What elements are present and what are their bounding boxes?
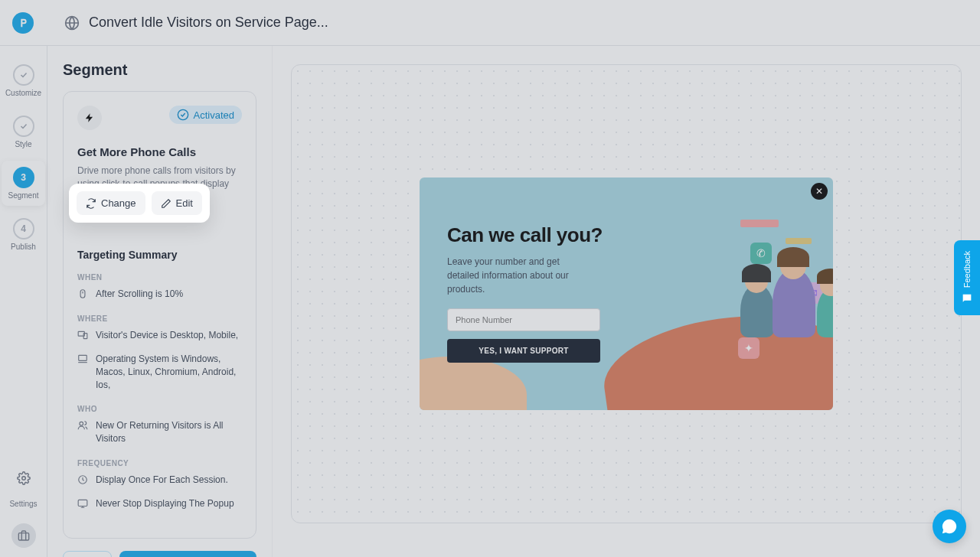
frequency-label: FREQUENCY	[77, 459, 242, 467]
rail-customize[interactable]: Customize	[0, 58, 47, 103]
next-button[interactable]: Next to Publish	[119, 551, 256, 557]
feedback-tab[interactable]: Feedback	[954, 240, 980, 315]
svg-rect-8	[79, 355, 87, 360]
change-button[interactable]: Change	[77, 191, 145, 215]
where-label: WHERE	[77, 314, 242, 323]
display-icon	[77, 498, 88, 509]
globe-icon[interactable]	[64, 15, 80, 31]
svg-rect-11	[78, 500, 87, 506]
preview-frame: ✕ Can we call you? Leave your number and…	[291, 64, 962, 523]
segment-card: Activated Get More Phone Calls Drive mor…	[63, 91, 256, 539]
laptop-icon	[77, 353, 88, 364]
phone-input[interactable]	[447, 308, 600, 331]
activated-badge: Activated	[169, 106, 242, 124]
where-device-row: Visitor's Device is Desktop, Mobile,	[77, 329, 242, 342]
rail-segment[interactable]: 3 Segment	[2, 161, 45, 206]
app-logo[interactable]	[12, 12, 34, 34]
svg-rect-4	[80, 290, 85, 298]
back-button[interactable]: Back	[63, 551, 112, 557]
decoration-line	[786, 238, 812, 244]
panel-title: Segment	[63, 61, 256, 79]
freq-never-row: Never Stop Displaying The Popup	[77, 497, 242, 510]
action-popover: Change Edit	[69, 184, 210, 223]
popup-submit-button[interactable]: YES, I WANT SUPPORT	[447, 339, 600, 363]
preview-area: ✕ Can we call you? Leave your number and…	[273, 46, 980, 557]
svg-point-1	[21, 477, 25, 480]
popup-subtitle: Leave your number and get detailed infor…	[447, 255, 585, 296]
rail-publish[interactable]: 4 Publish	[0, 212, 47, 257]
refresh-icon	[86, 198, 96, 209]
popup-preview: ✕ Can we call you? Leave your number and…	[420, 178, 833, 410]
decoration-line	[740, 220, 779, 227]
when-label: WHEN	[77, 273, 242, 282]
who-label: WHO	[77, 405, 242, 413]
top-bar: Convert Idle Visitors on Service Page...	[0, 0, 980, 46]
popup-title: Can we call you?	[447, 223, 608, 247]
svg-point-3	[178, 109, 188, 119]
rail-style[interactable]: Style	[0, 109, 47, 155]
devices-icon	[77, 330, 88, 340]
summary-title: Targeting Summary	[77, 249, 242, 261]
bolt-icon	[77, 106, 102, 130]
settings-button[interactable]	[11, 466, 36, 490]
clock-icon	[77, 474, 88, 485]
pencil-icon	[161, 198, 172, 209]
edit-button[interactable]: Edit	[152, 191, 202, 215]
svg-rect-2	[18, 533, 28, 540]
who-row: New Or Returning Visitors is All Visitor…	[77, 419, 242, 445]
user-icon	[77, 420, 88, 431]
page-title: Convert Idle Visitors on Service Page...	[89, 15, 328, 31]
briefcase-button[interactable]	[11, 523, 36, 548]
mouse-icon	[77, 288, 88, 299]
card-title: Get More Phone Calls	[77, 145, 242, 158]
freq-once-row: Display Once For Each Session.	[77, 474, 242, 487]
where-os-row: Operating System is Windows, Macos, Linu…	[77, 353, 242, 391]
popup-illustration: ✆ ✉ ✦	[626, 178, 833, 410]
when-row: After Scrolling is 10%	[77, 288, 242, 301]
left-rail: Customize Style 3 Segment 4 Publish Sett…	[0, 46, 47, 557]
chat-icon	[961, 292, 973, 305]
settings-label: Settings	[9, 500, 37, 508]
side-panel: Segment Activated Get More Phone Calls D…	[47, 46, 273, 557]
svg-point-9	[80, 422, 83, 426]
chat-launcher[interactable]	[933, 510, 966, 543]
